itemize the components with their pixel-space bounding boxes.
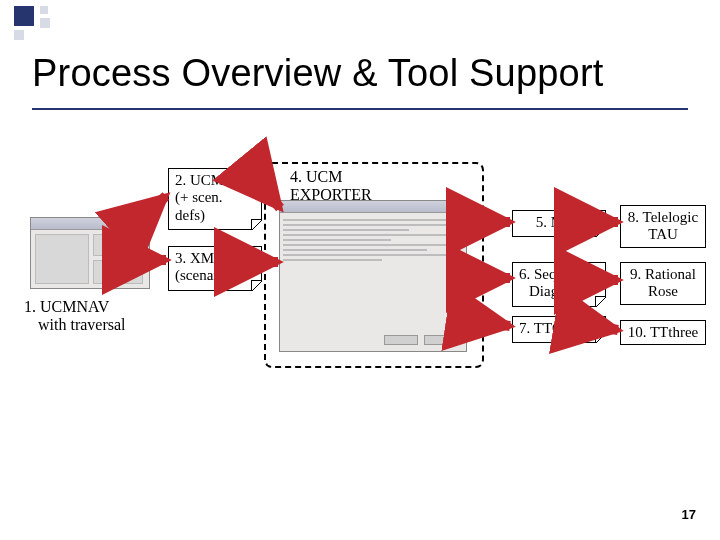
note-line: 6. Sequence xyxy=(519,266,591,282)
box-line: 9. Rational xyxy=(630,266,696,282)
slide: Process Overview & Tool Support 1. UCMNA… xyxy=(0,0,720,540)
caption-line: with traversal xyxy=(24,316,126,333)
ucm-exporter-screenshot xyxy=(279,200,467,352)
note-ucm-file: 2. UCM File (+ scen. defs) xyxy=(168,168,262,230)
note-line: Diagram xyxy=(519,283,581,299)
label-line: 4. UCM xyxy=(290,168,342,185)
box-rational-rose: 9. Rational Rose xyxy=(620,262,706,305)
page-number: 17 xyxy=(682,507,696,522)
note-line: 2. UCM File xyxy=(175,172,251,188)
caption-line: 1. UCMNAV xyxy=(24,298,110,315)
box-telelogic-tau: 8. Telelogic TAU xyxy=(620,205,706,248)
box-line: Rose xyxy=(648,283,678,299)
box-line: TAU xyxy=(648,226,678,242)
slide-title: Process Overview & Tool Support xyxy=(32,52,604,95)
box-ttthree: 10. TTthree xyxy=(620,320,706,345)
note-line: 7. TTCN -3 xyxy=(519,320,589,336)
note-msc: 5. MSC xyxy=(512,210,606,237)
ucmnav-screenshot xyxy=(30,217,150,289)
title-rule xyxy=(32,108,688,110)
corner-decoration xyxy=(12,6,56,44)
note-ttcn3: 7. TTCN -3 xyxy=(512,316,606,343)
note-line: 5. MSC xyxy=(536,214,583,230)
note-xml-file: 3. XML File (scenarios) xyxy=(168,246,262,291)
note-line: 3. XML File xyxy=(175,250,250,266)
note-line: (scenarios) xyxy=(175,267,241,283)
note-sequence-diagram: 6. Sequence Diagram xyxy=(512,262,606,307)
box-line: 8. Telelogic xyxy=(628,209,698,225)
box-line: 10. TTthree xyxy=(628,324,699,340)
note-line: (+ scen. defs) xyxy=(175,189,223,222)
ucmnav-caption: 1. UCMNAV with traversal xyxy=(24,298,164,335)
ucm-exporter-label: 4. UCM EXPORTER xyxy=(290,168,372,203)
